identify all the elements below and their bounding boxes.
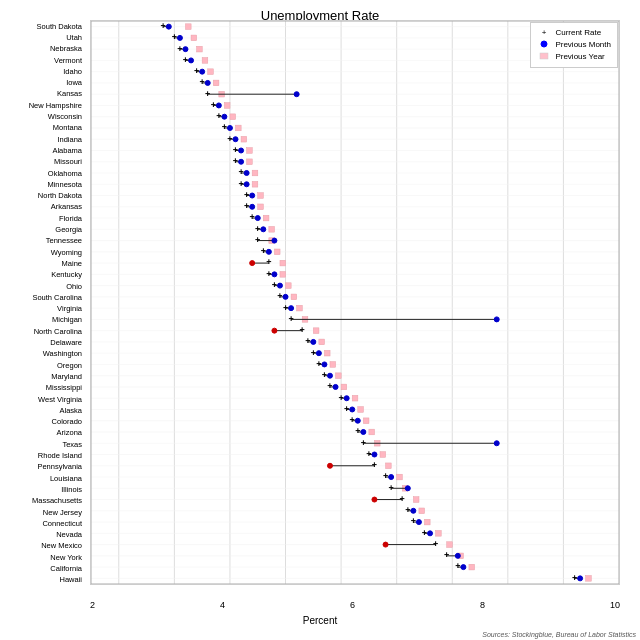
y-label-tennessee: Tennessee xyxy=(46,236,86,245)
y-label-new-hampshire: New Hampshire xyxy=(29,101,86,110)
x-axis-title: Percent xyxy=(0,615,640,626)
current-rate-symbol: + xyxy=(537,27,551,37)
svg-point-93 xyxy=(222,114,227,119)
svg-rect-191 xyxy=(352,395,358,401)
svg-rect-159 xyxy=(297,305,303,311)
y-label-arkansas: Arkansas xyxy=(51,202,86,211)
svg-text:+: + xyxy=(233,156,238,166)
y-label-wyoming: Wyoming xyxy=(51,248,86,257)
y-label-maryland: Maryland xyxy=(51,372,86,381)
svg-text:+: + xyxy=(542,28,547,37)
svg-rect-155 xyxy=(291,294,297,300)
svg-rect-103 xyxy=(247,148,253,154)
svg-point-197 xyxy=(350,407,355,412)
y-label-nebraska: Nebraska xyxy=(50,44,86,53)
y-label-illinois: Illinois xyxy=(61,485,86,494)
svg-text:+: + xyxy=(244,190,249,200)
svg-rect-167 xyxy=(313,328,319,334)
svg-rect-219 xyxy=(397,474,403,480)
y-label-north-carolina: North Carolina xyxy=(34,327,86,336)
svg-text:+: + xyxy=(366,449,371,459)
svg-point-141 xyxy=(266,249,271,254)
y-label-mississippi: Mississippi xyxy=(46,383,86,392)
prev-month-symbol xyxy=(537,39,551,49)
y-label-south-carolina: South Carolina xyxy=(32,293,86,302)
y-label-new-mexico: New Mexico xyxy=(41,541,86,550)
svg-rect-183 xyxy=(336,373,342,379)
svg-text:+: + xyxy=(238,179,243,189)
svg-rect-211 xyxy=(380,452,386,458)
svg-rect-171 xyxy=(319,339,325,345)
svg-point-101 xyxy=(233,137,238,142)
y-label-new-jersey: New Jersey xyxy=(43,508,86,517)
source-text: Sources: Stockingblue, Bureau of Labor S… xyxy=(482,631,636,638)
svg-point-61 xyxy=(166,24,171,29)
y-label-florida: Florida xyxy=(59,214,86,223)
y-label-georgia: Georgia xyxy=(55,225,86,234)
y-label-south-dakota: South Dakota xyxy=(37,22,86,31)
svg-point-209 xyxy=(494,441,499,446)
svg-text:+: + xyxy=(383,471,388,481)
x-tick-2: 2 xyxy=(90,600,95,610)
legend-prev-year: Previous Year xyxy=(537,51,611,61)
svg-text:+: + xyxy=(361,438,366,448)
svg-rect-187 xyxy=(341,384,347,390)
svg-point-245 xyxy=(383,542,388,547)
svg-rect-239 xyxy=(436,531,442,537)
svg-text:+: + xyxy=(455,561,460,571)
svg-text:+: + xyxy=(177,44,182,54)
y-label-north-dakota: North Dakota xyxy=(38,191,86,200)
svg-rect-251 xyxy=(469,564,475,570)
y-label-washington: Washington xyxy=(43,349,86,358)
y-label-alabama: Alabama xyxy=(52,146,86,155)
svg-rect-99 xyxy=(241,136,247,142)
svg-rect-63 xyxy=(191,35,197,41)
y-label-pennsylvania: Pennsylvania xyxy=(37,462,86,471)
y-label-new-york: New York xyxy=(50,553,86,562)
chart-container: Unemployment Rate South DakotaUtahNebras… xyxy=(0,0,640,640)
svg-text:+: + xyxy=(388,483,393,493)
svg-text:+: + xyxy=(216,111,221,121)
svg-text:+: + xyxy=(350,415,355,425)
svg-text:+: + xyxy=(277,291,282,301)
svg-text:+: + xyxy=(327,381,332,391)
svg-rect-91 xyxy=(230,114,236,120)
svg-rect-143 xyxy=(280,260,286,266)
svg-rect-151 xyxy=(286,283,292,289)
svg-point-129 xyxy=(255,216,260,221)
y-label-massachusetts: Massachusetts xyxy=(32,496,86,505)
current-rate-label: Current Rate xyxy=(555,28,601,37)
y-label-delaware: Delaware xyxy=(50,338,86,347)
svg-text:+: + xyxy=(255,224,260,234)
svg-rect-263 xyxy=(540,53,548,59)
prev-year-symbol xyxy=(537,51,551,61)
y-label-maine: Maine xyxy=(62,259,86,268)
svg-text:+: + xyxy=(200,77,205,87)
svg-point-225 xyxy=(405,486,410,491)
y-label-alaska: Alaska xyxy=(59,406,86,415)
svg-text:+: + xyxy=(338,393,343,403)
svg-text:+: + xyxy=(227,134,232,144)
y-label-hawaii: Hawaii xyxy=(59,575,86,584)
y-label-montana: Montana xyxy=(53,123,86,132)
svg-point-249 xyxy=(455,553,460,558)
svg-text:+: + xyxy=(344,404,349,414)
svg-text:+: + xyxy=(244,201,249,211)
svg-point-221 xyxy=(389,475,394,480)
svg-rect-235 xyxy=(424,519,430,525)
svg-point-153 xyxy=(277,283,282,288)
svg-point-97 xyxy=(227,125,232,130)
y-label-kansas: Kansas xyxy=(57,89,86,98)
svg-point-77 xyxy=(200,69,205,74)
svg-text:+: + xyxy=(400,494,405,504)
svg-point-105 xyxy=(239,148,244,153)
svg-text:+: + xyxy=(211,100,216,110)
svg-point-185 xyxy=(327,373,332,378)
svg-point-121 xyxy=(250,193,255,198)
svg-text:+: + xyxy=(266,269,271,279)
y-label-wisconsin: Wisconsin xyxy=(48,112,86,121)
svg-rect-111 xyxy=(252,170,258,176)
y-label-texas: Texas xyxy=(62,440,86,449)
svg-point-217 xyxy=(327,463,332,468)
svg-rect-59 xyxy=(185,24,191,30)
